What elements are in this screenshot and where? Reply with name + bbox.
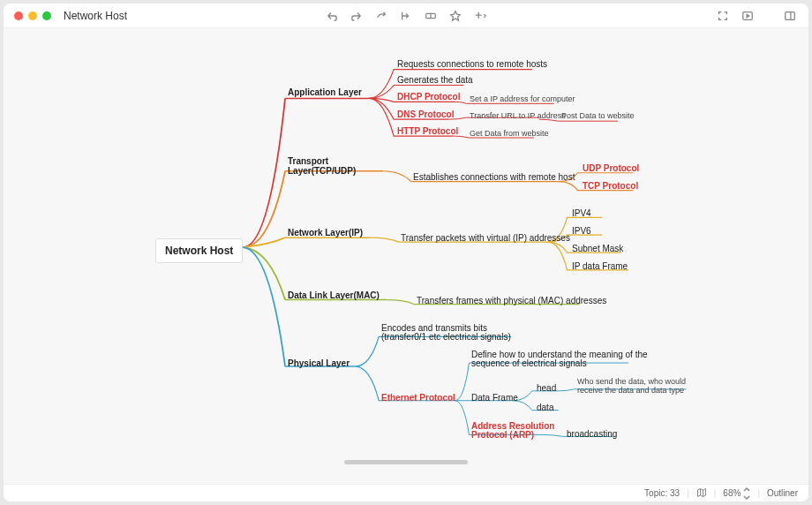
node-ipframe[interactable]: IP data Frame (572, 261, 628, 271)
node-arp-2[interactable]: Protocol (ARP) (471, 430, 534, 440)
horizontal-scrollbar[interactable] (344, 460, 468, 464)
titlebar: Network Host (4, 4, 808, 28)
node-dns[interactable]: DNS Protocol (397, 109, 454, 119)
node-tcp[interactable]: TCP Protocol (583, 181, 638, 191)
topic-count-label: Topic: 33 (644, 488, 680, 498)
node-transfer-packets[interactable]: Transfer packets with virtual (IP) addre… (401, 233, 570, 243)
node-network-layer[interactable]: Network Layer(IP) (288, 228, 363, 237)
node-ethernet[interactable]: Ethernet Protocol (381, 393, 455, 403)
node-subnet[interactable]: Subnet Mask (572, 244, 623, 253)
toolbar-center (324, 9, 488, 23)
node-dhcp[interactable]: DHCP Protocol (397, 92, 461, 102)
node-datalink-layer[interactable]: Data Link Layer(MAC) (288, 290, 380, 300)
node-physical-layer[interactable]: Physical Layer (288, 358, 350, 368)
node-establishes[interactable]: Establishes connections with remote host (413, 172, 575, 182)
panel-toggle-button[interactable] (782, 9, 798, 23)
node-http[interactable]: HTTP Protocol (397, 126, 458, 136)
toolbar-right (715, 9, 798, 23)
node-transfer-frames[interactable]: Transfers frames with physical (MAC) add… (417, 296, 606, 305)
node-define-2[interactable]: sequence of electrical signals (471, 358, 587, 368)
node-broadcasting[interactable]: broadcasting (567, 429, 617, 439)
maximize-icon[interactable] (42, 11, 51, 20)
redo-button[interactable] (349, 9, 365, 23)
zoom-control[interactable]: 68% (723, 486, 750, 501)
node-head-note2[interactable]: receive the data and data type (577, 386, 684, 395)
topic-button[interactable] (373, 9, 389, 23)
node-ipv6[interactable]: IPV6 (572, 226, 591, 236)
root-node[interactable]: Network Host (155, 238, 243, 263)
chevron-down-icon (743, 494, 750, 501)
mindmap-canvas[interactable]: Network Host Application Layer Requests … (4, 28, 808, 484)
add-button[interactable] (472, 9, 488, 23)
fullscreen-button[interactable] (715, 9, 731, 23)
node-dns-note1[interactable]: Transfer URL to IP address (470, 111, 566, 120)
statusbar: Topic: 33 | | 68% | Outliner (4, 484, 808, 501)
window-controls (14, 11, 51, 20)
minimize-icon[interactable] (28, 11, 37, 20)
node-udp[interactable]: UDP Protocol (583, 163, 639, 173)
node-http-note[interactable]: Get Data from website (470, 129, 549, 138)
view-mode[interactable]: Outliner (767, 488, 798, 498)
node-transport-layer[interactable]: Transport Layer(TCP/UDP) (288, 156, 385, 176)
node-encodes-2[interactable]: (transfer0/1 etc electrical signals) (381, 332, 511, 342)
node-dhcp-note[interactable]: Set a IP address for computer (470, 94, 575, 103)
map-icon[interactable] (696, 487, 707, 500)
node-head-note1[interactable]: Who send the data, who would (577, 377, 686, 386)
close-icon[interactable] (14, 11, 23, 20)
subtopic-button[interactable] (398, 9, 414, 23)
star-button[interactable] (447, 9, 463, 23)
node-generates[interactable]: Generates the data (397, 75, 473, 85)
relationship-button[interactable] (423, 9, 439, 23)
present-button[interactable] (740, 9, 756, 23)
document-title: Network Host (64, 10, 127, 22)
node-dns-note2[interactable]: Post Data to website (561, 111, 635, 120)
undo-button[interactable] (324, 9, 340, 23)
node-head[interactable]: head (537, 383, 556, 393)
svg-rect-2 (786, 12, 795, 20)
node-requests[interactable]: Requests connections to remote hosts (397, 59, 547, 69)
node-ipv4[interactable]: IPV4 (572, 208, 591, 218)
node-dataframe[interactable]: Data Frame (471, 393, 518, 403)
node-data[interactable]: data (537, 403, 553, 412)
chevron-up-icon (743, 486, 750, 494)
node-application-layer[interactable]: Application Layer (288, 87, 362, 97)
